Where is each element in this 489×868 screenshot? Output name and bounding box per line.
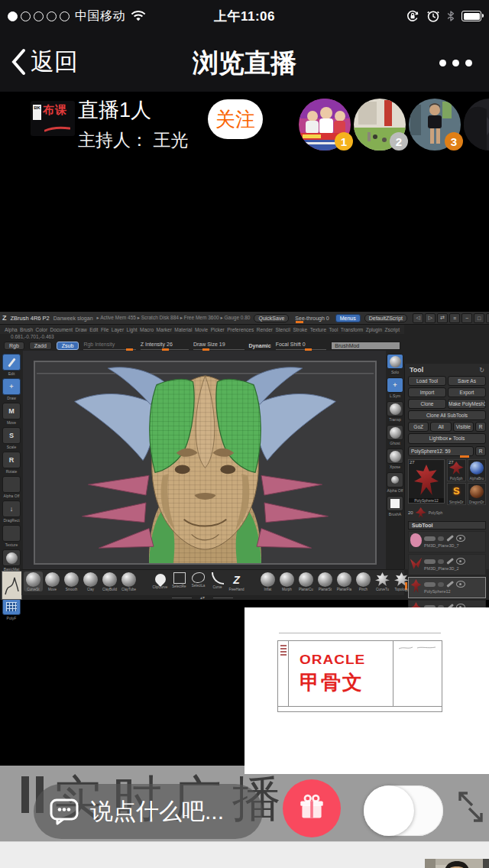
rgb-button[interactable]: Rgb [4, 342, 24, 350]
menu-item-texture[interactable]: Texture [310, 327, 326, 332]
tool-panel-button-clone-all-subtools[interactable]: Clone All SubTools [408, 410, 486, 420]
menu-item-movie[interactable]: Movie [195, 327, 208, 332]
tool-scale[interactable]: SScale [2, 427, 21, 449]
tool-panel-button-save-as[interactable]: Save As [448, 376, 486, 386]
tool-brusha[interactable]: BrushA [386, 496, 404, 517]
menu-item-render[interactable]: Render [257, 327, 273, 332]
chat-input[interactable]: 说点什么吧... [34, 784, 263, 839]
brush-selectre[interactable]: SelectRe [170, 572, 189, 588]
tool-panel-button-export[interactable]: Export [448, 387, 486, 397]
tool-basicmat[interactable]: BasicMat [2, 549, 21, 572]
subtool-header[interactable]: SubTool [408, 521, 486, 530]
edit-icon[interactable] [446, 535, 453, 541]
menu-item-alpha[interactable]: Alpha [5, 327, 18, 332]
subtool-item[interactable]: PM3D_Plane3D_2 [408, 554, 486, 575]
viewer-avatar[interactable] [464, 99, 489, 151]
webcam-overlay[interactable] [425, 859, 489, 868]
viewer-avatar[interactable]: 2 [354, 99, 406, 151]
menu-item-draw[interactable]: Draw [76, 327, 87, 332]
expand-button[interactable] [452, 782, 487, 836]
tool-solo[interactable]: Solo [386, 354, 404, 374]
brush-curve[interactable]: Curve [208, 572, 227, 589]
tool-polyf[interactable]: PolyF [2, 598, 21, 620]
tool-ghost[interactable]: Ghost [386, 425, 404, 445]
visibility-eye-icon[interactable] [456, 581, 465, 588]
menu-item-tool[interactable]: Tool [329, 327, 338, 332]
window-button[interactable]: − [461, 313, 472, 323]
brush-inflat[interactable]: Inflat [258, 572, 277, 591]
tray-scroll-control[interactable]: ▴▾ [172, 595, 233, 600]
brush-morph[interactable]: Morph [277, 572, 296, 591]
tool-thumbnail[interactable]: 27PolySph [447, 459, 466, 481]
tool-thumbnail[interactable]: AlphaBru [468, 459, 487, 481]
menu-item-macro[interactable]: Macro [140, 327, 154, 332]
window-button[interactable]: ▷ [425, 313, 436, 323]
gift-button[interactable] [283, 779, 341, 837]
viewer-avatar[interactable]: 1 [299, 99, 351, 151]
tool-panel-button-lightbox-tools[interactable]: Lightbox ▸ Tools [408, 433, 486, 444]
brush-clay[interactable]: Clay [81, 572, 100, 591]
menus-button[interactable]: Menus [335, 314, 361, 322]
tool-alpha-off[interactable]: Alpha Off [2, 476, 21, 498]
dynamic-label[interactable]: Dynamic [249, 343, 271, 348]
tool-panel-button-clone[interactable]: Clone [408, 399, 446, 409]
restore-button[interactable]: R [475, 446, 486, 456]
rgb-intensity-slider[interactable]: Rgb Intensity [83, 342, 135, 350]
draw-size-slider[interactable]: Draw Size 19 [193, 342, 244, 350]
window-button[interactable]: ◁ [413, 313, 423, 323]
active-tool-slider[interactable]: PolySphere12. 59 R [408, 446, 486, 456]
tool-panel-button-make-polymesh3d[interactable]: Make PolyMesh3D [448, 399, 486, 409]
tool-l-sym[interactable]: +L.Sym [386, 377, 404, 398]
brush-claybuild[interactable]: ClayBuild [100, 572, 119, 591]
tool-panel-button-goz[interactable]: GoZ [408, 422, 429, 432]
menu-item-light[interactable]: Light [127, 327, 138, 332]
extra-thumbnail[interactable]: 20 PolySph [408, 507, 486, 518]
brush-selectla[interactable]: SelectLa [189, 572, 208, 588]
subtool-item[interactable]: PM3D_Plane3D_7 [408, 531, 486, 552]
window-button[interactable]: × [486, 313, 489, 323]
tool-panel-button-load-tool[interactable]: Load Tool [408, 376, 446, 386]
menu-item-preferences[interactable]: Preferences [227, 327, 254, 332]
brush-curvetu[interactable]: CurveTu [373, 572, 392, 591]
brush-clipcurve[interactable]: ClipCurve [151, 572, 170, 589]
menu-item-color[interactable]: Color [36, 327, 48, 332]
brush-planarfla[interactable]: PlanarFla [335, 572, 354, 591]
menu-item-transform[interactable]: Transform [341, 327, 363, 332]
tool-rotate[interactable]: RRotate [2, 452, 21, 474]
tool-alpha-off[interactable]: Alpha Off [386, 472, 404, 493]
menu-item-zscript[interactable]: Zscript [384, 327, 400, 332]
tool-edit[interactable]: Edit [2, 354, 21, 376]
brushmod-field[interactable]: BrushMod [331, 342, 400, 350]
menu-item-picker[interactable]: Picker [211, 327, 225, 332]
menu-item-stencil[interactable]: Stencil [275, 327, 290, 332]
tool-transp[interactable]: Transp [386, 401, 404, 422]
quicksave-button[interactable]: QuickSave [254, 314, 289, 322]
edit-icon[interactable] [446, 558, 453, 564]
tool-panel-button-visible[interactable]: Visible [453, 422, 474, 432]
tool-move[interactable]: MMove [2, 403, 21, 425]
menu-item-stroke[interactable]: Stroke [293, 327, 307, 332]
menu-item-file[interactable]: File [101, 327, 108, 332]
z-intensity-slider[interactable]: Z Intensity 26 [141, 342, 189, 350]
tool-texture[interactable]: Texture [2, 525, 21, 547]
brush-smooth[interactable]: Smooth [62, 572, 81, 591]
brush-planarcu[interactable]: PlanarCu [296, 572, 316, 591]
tool-panel-button-r[interactable]: R [475, 422, 486, 432]
tool-xpose[interactable]: Xpose [386, 449, 404, 469]
viewer-avatar[interactable]: 3 [409, 99, 461, 151]
subtool-item[interactable]: PolySphere12 [408, 577, 486, 598]
tool-dragrect[interactable]: ↓DragRect [2, 500, 21, 523]
menu-item-layer[interactable]: Layer [112, 327, 124, 332]
focal-shift-slider[interactable]: Focal Shift 0 [276, 342, 327, 350]
brush-move[interactable]: Move [43, 572, 62, 591]
defaultzscript-button[interactable]: DefaultZScript [364, 314, 407, 322]
visibility-eye-icon[interactable] [456, 535, 465, 542]
window-button[interactable]: □ [474, 313, 484, 323]
brush-freehand[interactable]: ZFreeHand [227, 572, 246, 591]
menu-item-marker[interactable]: Marker [157, 327, 172, 332]
quicksketch-icon[interactable] [2, 571, 22, 600]
brush-pinch[interactable]: Pinch [354, 572, 373, 591]
window-button[interactable]: ≡ [449, 313, 460, 323]
tool-panel-button-all[interactable]: All [430, 422, 451, 432]
more-button[interactable] [439, 60, 472, 66]
